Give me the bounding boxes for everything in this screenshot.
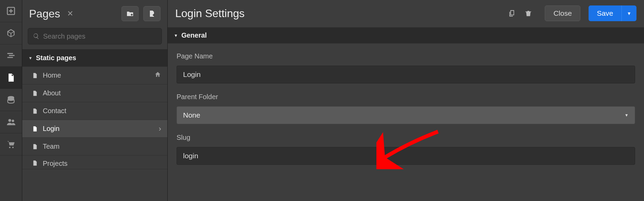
rail-pages-button[interactable] [0, 67, 22, 89]
rail-commerce-button[interactable] [0, 133, 22, 156]
search-icon [33, 33, 40, 40]
rail-3d-button[interactable] [0, 22, 22, 44]
folder-plus-icon [126, 10, 134, 18]
svg-point-4 [9, 147, 10, 148]
rail-add-button[interactable] [0, 0, 22, 22]
svg-point-3 [12, 120, 14, 122]
page-item-label: Home [43, 71, 61, 79]
rail-users-button[interactable] [0, 111, 22, 133]
settings-header: Login Settings Close Save ▼ [168, 0, 644, 27]
cart-icon [6, 139, 16, 149]
settings-form: Page Name Parent Folder None ▼ Slug [168, 43, 644, 165]
page-icon [32, 90, 38, 97]
page-item-home[interactable]: Home [22, 67, 167, 84]
rail-database-button[interactable] [0, 89, 22, 111]
page-plus-icon [148, 10, 156, 18]
svg-point-5 [12, 147, 14, 148]
static-pages-section-header[interactable]: ▼ Static pages [22, 49, 167, 67]
page-item-label: About [43, 89, 61, 97]
pages-panel-title: Pages [29, 8, 60, 20]
page-item-login[interactable]: Login › [22, 120, 167, 138]
page-icon [32, 159, 38, 167]
parent-folder-value: None [183, 111, 200, 119]
chevron-right-icon: › [159, 124, 161, 133]
parent-folder-select[interactable]: None ▼ [177, 106, 635, 124]
plus-box-icon [6, 6, 16, 16]
caret-down-icon: ▼ [174, 33, 178, 38]
caret-down-icon: ▼ [28, 56, 33, 61]
duplicate-button[interactable] [506, 7, 518, 19]
page-item-team[interactable]: Team [22, 138, 167, 156]
page-item-label: Team [43, 143, 60, 150]
page-item-contact[interactable]: Contact [22, 102, 167, 120]
pages-panel-close[interactable]: ✕ [65, 8, 75, 19]
page-item-about[interactable]: About [22, 84, 167, 102]
page-name-label: Page Name [177, 52, 635, 60]
page-icon [32, 107, 38, 115]
page-icon [6, 73, 16, 82]
pages-panel: Pages ✕ ▼ Static pages Home [22, 0, 168, 201]
home-icon [154, 71, 161, 80]
page-item-label: Projects [43, 160, 67, 168]
parent-folder-label: Parent Folder [177, 93, 635, 101]
trash-icon [525, 10, 532, 17]
settings-panel: Login Settings Close Save ▼ ▼ General [168, 0, 644, 201]
caret-down-icon: ▼ [624, 113, 629, 118]
page-icon [32, 125, 38, 133]
database-icon [6, 95, 16, 105]
page-item-label: Login [43, 125, 60, 133]
chevron-down-icon: ▼ [627, 11, 631, 16]
settings-title: Login Settings [175, 7, 245, 20]
save-dropdown-button[interactable]: ▼ [621, 5, 636, 21]
page-name-input[interactable] [177, 66, 635, 83]
cube-icon [6, 28, 16, 38]
section-label: Static pages [36, 54, 76, 62]
new-page-button[interactable] [143, 6, 160, 21]
slug-label: Slug [177, 134, 635, 142]
section-label: General [181, 31, 207, 39]
users-icon [6, 117, 16, 127]
slug-input[interactable] [177, 147, 635, 165]
general-section-header[interactable]: ▼ General [168, 27, 644, 43]
page-item-projects[interactable]: Projects [22, 156, 167, 169]
new-folder-button[interactable] [121, 6, 139, 21]
rail-layout-button[interactable] [0, 44, 22, 67]
left-nav-rail [0, 0, 22, 201]
svg-point-2 [8, 119, 11, 122]
page-item-label: Contact [43, 107, 66, 115]
search-pages-input[interactable] [43, 32, 157, 40]
search-pages-input-wrap[interactable] [28, 28, 162, 44]
page-icon [32, 143, 38, 150]
delete-button[interactable] [522, 7, 534, 19]
page-list: Home About Contact Login › Team [22, 67, 167, 169]
indent-icon [6, 51, 16, 60]
copy-icon [508, 10, 516, 17]
save-button[interactable]: Save [589, 5, 621, 21]
pages-panel-header: Pages ✕ [22, 0, 167, 28]
page-icon [32, 72, 38, 79]
close-button[interactable]: Close [545, 5, 580, 21]
